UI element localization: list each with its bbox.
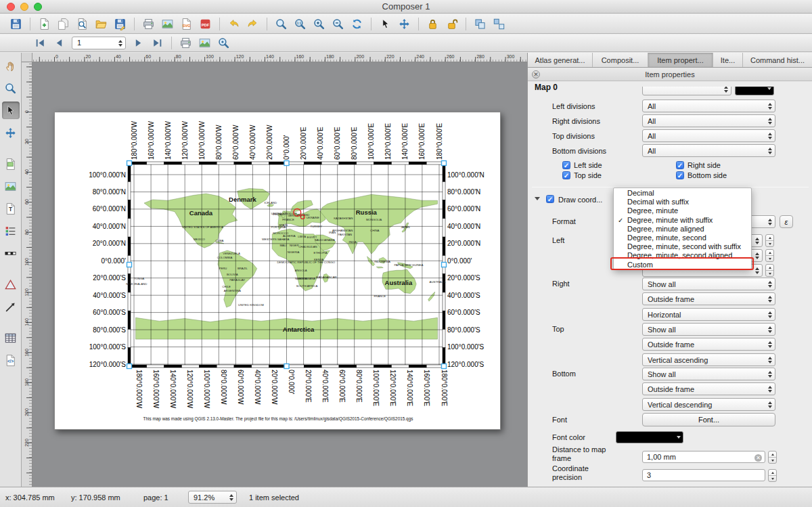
format-menu-item-degree-minute-second-aligned[interactable]: Degree, minute, second aligned	[614, 251, 751, 260]
top-divisions-select[interactable]: All	[642, 129, 775, 142]
tab-atlas-generat[interactable]: Atlas generat...	[528, 53, 593, 67]
add-shape-tool[interactable]	[2, 275, 20, 293]
stepper-up-icon[interactable]	[769, 470, 776, 475]
disclosure-triangle-icon[interactable]	[535, 197, 540, 200]
format-menu-item-degree-minute-with-suffix[interactable]: ✓Degree, minute with suffix	[614, 216, 751, 225]
font-button[interactable]: Font...	[642, 413, 775, 426]
right-option-2-select[interactable]: Horizontal	[642, 308, 775, 321]
add-table-tool[interactable]	[2, 329, 20, 347]
top-option-1-select[interactable]: Outside frame	[642, 338, 775, 351]
atlas-first-button[interactable]	[31, 35, 49, 51]
grid-partial-select[interactable]	[642, 87, 731, 95]
right-side-checkbox[interactable]: ✓	[676, 161, 684, 169]
unlock-items-button[interactable]	[443, 16, 461, 32]
save-template-button[interactable]	[111, 16, 129, 32]
atlas-settings-button[interactable]	[215, 35, 233, 51]
font-color-button[interactable]	[616, 431, 683, 443]
coordinate-precision-input[interactable]: 3	[642, 469, 765, 481]
left-option-1-stepper[interactable]	[765, 249, 774, 262]
selection-handle[interactable]	[442, 364, 447, 369]
zoom-full-button[interactable]	[272, 16, 290, 32]
zoom-in-button[interactable]	[310, 16, 328, 32]
add-arrow-tool[interactable]	[2, 298, 20, 315]
format-menu-item-custom[interactable]: Custom	[614, 261, 751, 269]
new-composer-button[interactable]	[35, 16, 53, 32]
move-item-content-button[interactable]	[395, 16, 413, 32]
lock-items-button[interactable]	[424, 16, 442, 32]
stepper-up-icon[interactable]	[769, 451, 776, 457]
zoom-out-button[interactable]	[329, 16, 347, 32]
bottom-option-0-select[interactable]: Show all	[642, 368, 775, 380]
bottom-option-2-select[interactable]: Vertical descending	[642, 398, 775, 411]
zoom-actual-button[interactable]: 1:1	[291, 16, 309, 32]
grid-line-style-button[interactable]	[735, 87, 774, 95]
save-button[interactable]	[7, 16, 25, 32]
selection-handle[interactable]	[442, 161, 447, 166]
ungroup-items-button[interactable]	[490, 16, 508, 32]
add-map-tool[interactable]	[2, 155, 20, 173]
pan-tool[interactable]	[2, 57, 20, 74]
atlas-prev-button[interactable]	[50, 35, 68, 51]
tab-command-hist[interactable]: Command hist...	[743, 53, 812, 67]
stepper-up-icon[interactable]	[766, 265, 773, 270]
group-items-button[interactable]	[471, 16, 489, 32]
atlas-export-button[interactable]	[196, 35, 214, 51]
clear-field-icon[interactable]: ✕	[754, 454, 762, 462]
stepper-down-icon[interactable]	[769, 475, 776, 481]
distance-to-map-frame-input[interactable]: 1,00 mm✕	[642, 451, 765, 463]
format-menu-item-degree-minute-aligned[interactable]: Degree, minute aligned	[614, 225, 751, 234]
panel-close-icon[interactable]: ✕	[532, 70, 540, 79]
stepper-down-icon[interactable]	[766, 255, 773, 261]
undo-button[interactable]	[225, 16, 243, 32]
bottom-divisions-select[interactable]: All	[642, 144, 775, 157]
atlas-next-button[interactable]	[129, 35, 148, 51]
composer-manager-button[interactable]	[73, 16, 91, 32]
selection-handle[interactable]	[127, 263, 132, 267]
redo-button[interactable]	[244, 16, 262, 32]
bottom-side-checkbox[interactable]: ✓	[676, 171, 684, 179]
move-item-content-tool[interactable]	[2, 124, 20, 141]
left-option-2-stepper[interactable]	[765, 264, 774, 277]
format-menu-item-degree-minute-second[interactable]: Degree, minute, second	[614, 234, 751, 242]
tab-item-propert[interactable]: Item propert...	[648, 53, 713, 67]
atlas-print-button[interactable]	[177, 35, 195, 51]
right-option-1-select[interactable]: Outside frame	[642, 292, 775, 305]
export-pdf-button[interactable]: PDF	[196, 16, 215, 32]
stepper-down-icon[interactable]	[766, 270, 773, 276]
zoom-level-select[interactable]: 91.2%	[188, 491, 237, 504]
selection-handle[interactable]	[127, 364, 132, 369]
tab-ite[interactable]: Ite...	[713, 53, 743, 67]
add-scalebar-tool[interactable]	[2, 244, 20, 262]
format-menu-item-degree-minute[interactable]: Degree, minute	[614, 206, 751, 215]
export-svg-button[interactable]: SVG	[177, 16, 196, 32]
add-html-tool[interactable]: </>	[2, 351, 20, 369]
stepper-down-icon[interactable]	[769, 457, 776, 463]
draw-coordinates-checkbox[interactable]: ✓	[546, 195, 554, 203]
selection-handle[interactable]	[442, 263, 447, 267]
selection-handle[interactable]	[284, 364, 289, 369]
page-number-input[interactable]: 1	[72, 37, 126, 49]
export-image-button[interactable]	[158, 16, 177, 32]
top-option-2-select[interactable]: Vertical ascending	[642, 353, 775, 366]
format-menu-item-decimal[interactable]: Decimal	[614, 189, 751, 198]
load-template-button[interactable]	[92, 16, 110, 32]
left-divisions-select[interactable]: All	[642, 100, 775, 112]
map-item[interactable]: ICELANDUNITED KINGDOMIRELANDFRANCESPAINP…	[55, 112, 501, 431]
left-side-checkbox[interactable]: ✓	[562, 161, 570, 169]
top-option-0-select[interactable]: Show all	[642, 323, 775, 336]
selection-handle[interactable]	[127, 161, 132, 166]
right-divisions-select[interactable]: All	[642, 114, 775, 127]
precision-stepper[interactable]	[768, 469, 777, 482]
right-option-0-select[interactable]: Show all	[642, 278, 775, 290]
atlas-last-button[interactable]	[148, 35, 166, 51]
select-move-item-button[interactable]	[376, 16, 394, 32]
bottom-option-1-select[interactable]: Outside frame	[642, 382, 775, 395]
add-legend-tool[interactable]	[2, 222, 20, 240]
add-label-tool[interactable]: T	[2, 200, 20, 217]
zoom-tool[interactable]	[2, 79, 20, 97]
duplicate-composer-button[interactable]	[54, 16, 72, 32]
top-side-checkbox[interactable]: ✓	[562, 171, 570, 179]
data-defined-override-button[interactable]: ε	[780, 215, 793, 228]
left-option-0-stepper[interactable]	[765, 234, 774, 247]
print-button[interactable]	[139, 16, 158, 32]
